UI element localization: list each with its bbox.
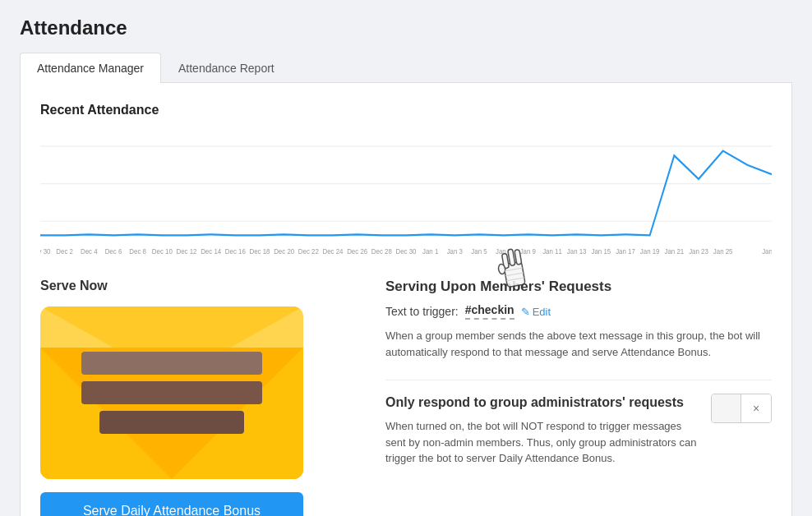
svg-text:Dec 18: Dec 18: [249, 247, 270, 256]
svg-text:Jan 21: Jan 21: [664, 247, 684, 256]
chart-title: Recent Attendance: [40, 103, 772, 117]
close-icon: ×: [753, 402, 759, 415]
svg-text:Dec 4: Dec 4: [81, 247, 98, 256]
page-title: Attendance: [20, 16, 792, 39]
envelope-illustration: [40, 306, 303, 479]
main-card: Recent Attendance Nov 30 Dec 2 Dec 4 Dec…: [20, 83, 792, 516]
tab-attendance-manager[interactable]: Attendance Manager: [20, 53, 161, 83]
admin-only-title: Only respond to group administrators' re…: [385, 394, 698, 412]
svg-text:Jan 28: Jan 28: [762, 247, 772, 256]
tabs-bar: Attendance Manager Attendance Report: [20, 53, 792, 83]
svg-text:Jan 23: Jan 23: [689, 247, 708, 256]
svg-text:Jan 1: Jan 1: [422, 247, 439, 256]
svg-text:Dec 16: Dec 16: [225, 247, 246, 256]
trigger-value: #checkin: [465, 303, 514, 320]
svg-text:Nov 30: Nov 30: [40, 247, 51, 256]
svg-text:Jan 3: Jan 3: [447, 247, 464, 256]
svg-text:Jan 25: Jan 25: [713, 247, 733, 256]
admin-text: Only respond to group administrators' re…: [385, 394, 698, 467]
right-col: Serving Upon Members' Requests Text to t…: [385, 279, 772, 516]
svg-text:Dec 14: Dec 14: [201, 247, 221, 256]
svg-text:Dec 12: Dec 12: [176, 247, 196, 256]
serving-title: Serving Upon Members' Requests: [385, 279, 772, 295]
svg-text:Dec 2: Dec 2: [56, 247, 73, 256]
serve-now-title: Serve Now: [40, 279, 353, 293]
chart-container: Nov 30 Dec 2 Dec 4 Dec 6 Dec 8 Dec 10 De…: [40, 127, 772, 259]
svg-text:Jan 5: Jan 5: [471, 247, 487, 256]
serve-now-section: Serve Now Serve Daily Attendance Bonus: [40, 279, 353, 516]
svg-text:Jan 15: Jan 15: [591, 247, 611, 256]
admin-toggle[interactable]: ×: [711, 394, 772, 423]
attendance-chart: Nov 30 Dec 2 Dec 4 Dec 6 Dec 8 Dec 10 De…: [40, 127, 772, 259]
serving-requests-section: Serving Upon Members' Requests Text to t…: [385, 279, 772, 360]
serving-description: When a group member sends the above text…: [385, 328, 772, 360]
svg-text:Dec 22: Dec 22: [298, 247, 319, 256]
svg-text:Dec 20: Dec 20: [274, 247, 294, 256]
svg-text:Jan 11: Jan 11: [542, 247, 562, 256]
admin-only-description: When turned on, the bot will NOT respond…: [385, 418, 698, 467]
trigger-row: Text to trigger: #checkin ✎ Edit: [385, 303, 772, 320]
svg-text:Jan 9: Jan 9: [520, 247, 537, 256]
cards-stack: [81, 352, 262, 440]
svg-text:Jan 17: Jan 17: [616, 247, 635, 256]
divider: [385, 380, 772, 380]
two-col-layout: Serve Now Serve Daily Attendance Bonus: [40, 279, 772, 516]
toggle-x-button[interactable]: ×: [741, 394, 771, 423]
edit-icon: ✎: [521, 306, 530, 318]
svg-text:Jan 7: Jan 7: [496, 247, 512, 256]
admin-only-section: Only respond to group administrators' re…: [385, 394, 772, 467]
card-1: [81, 352, 262, 375]
toggle-off-state: [712, 394, 741, 423]
svg-text:Jan 19: Jan 19: [640, 247, 660, 256]
svg-text:Dec 30: Dec 30: [395, 247, 416, 256]
svg-text:Dec 24: Dec 24: [322, 247, 343, 256]
card-3: [99, 411, 244, 434]
svg-text:Dec 8: Dec 8: [129, 247, 146, 256]
serve-daily-attendance-button[interactable]: Serve Daily Attendance Bonus: [40, 492, 303, 516]
edit-trigger-link[interactable]: ✎ Edit: [521, 306, 551, 318]
svg-text:Dec 28: Dec 28: [371, 247, 392, 256]
svg-text:Dec 26: Dec 26: [347, 247, 367, 256]
svg-text:Dec 10: Dec 10: [152, 247, 173, 256]
card-2: [81, 381, 262, 404]
svg-text:Dec 6: Dec 6: [105, 247, 122, 256]
tab-attendance-report[interactable]: Attendance Report: [161, 53, 292, 83]
svg-text:Jan 13: Jan 13: [567, 247, 587, 256]
trigger-label: Text to trigger:: [385, 305, 459, 318]
